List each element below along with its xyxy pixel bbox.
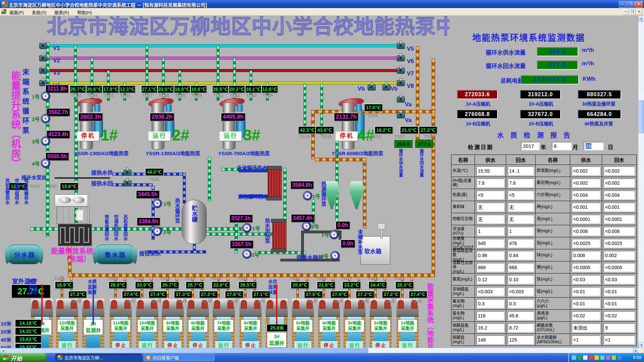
table-value-input[interactable]: 545: [476, 239, 504, 248]
tray-icon[interactable]: [583, 355, 588, 360]
close-button[interactable]: ✕: [635, 1, 643, 8]
table-value-input[interactable]: <5: [507, 190, 534, 200]
table-value-input[interactable]: <0.002: [603, 178, 635, 188]
table-value-input[interactable]: 45.6: [507, 311, 534, 320]
valve-hw[interactable]: [123, 180, 131, 186]
heat-source-pump-icon[interactable]: +: [302, 222, 311, 231]
table-value-input[interactable]: <0.01: [603, 287, 635, 296]
table-value-input[interactable]: 0.98: [476, 251, 504, 260]
restore-button[interactable]: ❐: [627, 1, 635, 8]
table-value-input[interactable]: 476: [507, 239, 534, 248]
table-value-input[interactable]: 14 .1: [507, 166, 534, 176]
table-value-input[interactable]: 15.55: [476, 166, 504, 176]
table-value-input[interactable]: <0.0001: [572, 215, 600, 224]
table-value-input[interactable]: 无: [507, 215, 534, 224]
tray-icon[interactable]: [572, 355, 576, 360]
vertical-scroll-thumb[interactable]: [639, 101, 644, 133]
table-value-input[interactable]: 1: [476, 227, 504, 236]
table-value-input[interactable]: 868: [476, 263, 504, 272]
menu-help[interactable]: 帮助(H): [77, 9, 92, 15]
table-value-input[interactable]: 未测出: [572, 323, 600, 333]
mdi-restore-button[interactable]: ❐: [629, 9, 636, 15]
table-value-input[interactable]: <0.03: [603, 275, 635, 284]
valve-V1[interactable]: [39, 43, 47, 49]
table-value-input[interactable]: 0.10: [507, 275, 534, 284]
table-value-input[interactable]: <1: [603, 335, 635, 345]
tray-icon[interactable]: [617, 355, 622, 360]
valve-Vb[interactable]: [382, 84, 390, 90]
tray-icon[interactable]: [577, 355, 582, 360]
valve-Va[interactable]: [397, 97, 405, 103]
table-value-input[interactable]: 116: [476, 311, 504, 320]
table-value-input[interactable]: <0.0005: [572, 263, 600, 272]
tray-icon[interactable]: [589, 355, 593, 360]
valve-V7[interactable]: [397, 68, 405, 74]
date-day-input[interactable]: 26: [584, 142, 604, 150]
valve-V6[interactable]: [397, 55, 405, 61]
menu-system[interactable]: 系统(S): [32, 9, 46, 15]
table-value-input[interactable]: <1: [572, 335, 600, 345]
table-value-input[interactable]: 0.3: [476, 299, 504, 308]
table-value-input[interactable]: <0.004: [572, 190, 600, 200]
table-value-input[interactable]: <0.01: [603, 299, 635, 308]
tray-icon[interactable]: [594, 355, 599, 360]
mdi-minimize-button[interactable]: ─: [623, 9, 629, 15]
start-button[interactable]: 开始: [0, 353, 47, 362]
makeup-pump-icon[interactable]: +: [330, 251, 340, 260]
hot-water-pump-icon[interactable]: ×: [153, 199, 162, 208]
valve-V8[interactable]: [397, 80, 405, 86]
valve-V5[interactable]: [397, 43, 405, 49]
scroll-up-button[interactable]: ▲: [638, 15, 644, 22]
table-value-input[interactable]: <0.004: [603, 190, 635, 200]
table-value-input[interactable]: <0.02: [572, 311, 600, 320]
hot-water-pump-icon[interactable]: +: [153, 227, 162, 236]
valve-V2[interactable]: [39, 55, 47, 61]
table-value-input[interactable]: <0.001: [603, 202, 635, 212]
horizontal-scroll-thumb[interactable]: [5, 348, 368, 353]
table-value-input[interactable]: <0.003: [507, 287, 534, 296]
table-value-input[interactable]: 0.84: [507, 251, 534, 260]
makeup-pump-icon[interactable]: +: [329, 230, 339, 239]
table-value-input[interactable]: 148: [476, 335, 504, 345]
table-value-input[interactable]: <0.0001: [603, 215, 635, 224]
valve-Vb[interactable]: [368, 84, 376, 90]
table-value-input[interactable]: <0.002: [572, 166, 600, 176]
heating-pump-icon[interactable]: +: [242, 249, 252, 259]
menu-screen[interactable]: 画面(P): [9, 9, 24, 15]
valve-Va[interactable]: [397, 112, 405, 118]
table-value-input[interactable]: <0.0025: [603, 239, 635, 248]
terminal-pump-icon[interactable]: +: [41, 92, 50, 101]
heating-pump-icon[interactable]: ×: [242, 223, 252, 233]
table-value-input[interactable]: 7.6: [476, 178, 504, 188]
table-value-input[interactable]: <0.003: [476, 287, 504, 296]
vertical-scrollbar[interactable]: [638, 15, 644, 348]
valve-V3[interactable]: [39, 68, 47, 74]
table-value-input[interactable]: <0.001: [572, 202, 600, 212]
table-value-input[interactable]: 0.3: [507, 299, 534, 308]
table-value-input[interactable]: <0.008: [572, 227, 600, 236]
table-value-input[interactable]: 0.12: [476, 275, 504, 284]
table-value-input[interactable]: <0.002: [572, 178, 600, 188]
taskbar-task-main-app[interactable]: 北京市海淀区万柳...: [55, 354, 142, 361]
table-value-input[interactable]: <0.008: [603, 227, 635, 236]
table-value-input[interactable]: <0.01: [572, 299, 600, 308]
tray-icon[interactable]: [611, 355, 616, 360]
date-month-input[interactable]: 6: [552, 142, 572, 150]
table-value-input[interactable]: 668: [507, 263, 534, 272]
taskbar-task-sunflower[interactable]: 向日葵客户端: [144, 354, 215, 361]
table-value-input[interactable]: 16.2: [476, 323, 504, 333]
table-value-input[interactable]: 无: [476, 215, 504, 224]
table-value-input[interactable]: <0.0025: [572, 239, 600, 248]
table-value-input[interactable]: <0.03: [572, 275, 600, 284]
menu-report[interactable]: 报表(R): [54, 9, 69, 15]
table-value-input[interactable]: <0.02: [603, 311, 635, 320]
table-value-input[interactable]: 无: [507, 202, 534, 212]
table-value-input[interactable]: <5: [476, 190, 504, 200]
table-value-input[interactable]: 9: [603, 323, 635, 333]
table-value-input[interactable]: <0.0005: [603, 263, 635, 272]
table-value-input[interactable]: 125: [507, 335, 534, 345]
mdi-close-button[interactable]: ✕: [636, 9, 642, 15]
table-value-input[interactable]: 0.002: [603, 251, 635, 260]
minimize-button[interactable]: ─: [619, 1, 627, 8]
tray-icon[interactable]: [606, 355, 610, 360]
